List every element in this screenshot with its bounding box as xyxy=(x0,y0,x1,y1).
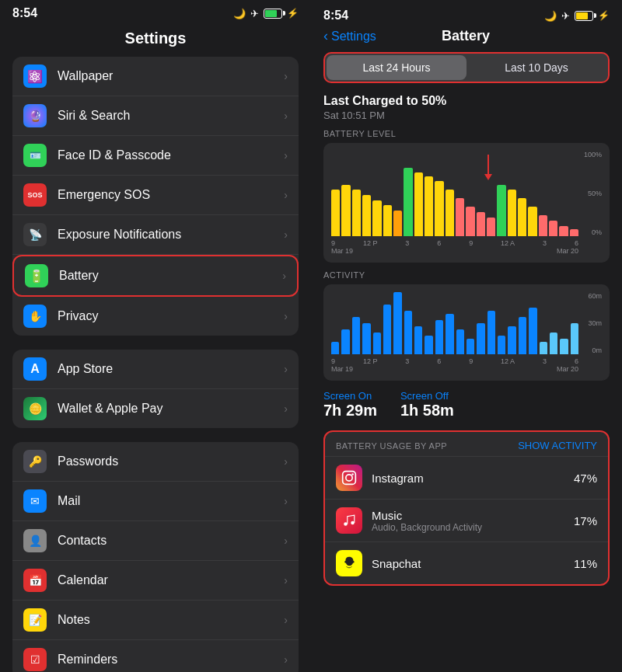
settings-item-appstore[interactable]: A App Store › xyxy=(12,350,299,389)
chevron-icon: › xyxy=(284,402,288,415)
settings-item-faceid[interactable]: 🪪 Face ID & Passcode › xyxy=(12,136,299,176)
passwords-icon: 🔑 xyxy=(23,450,47,473)
settings-item-passwords[interactable]: 🔑 Passwords › xyxy=(12,442,299,482)
activity-bars: 60m 30m 0m xyxy=(331,292,602,354)
music-percent: 17% xyxy=(574,514,597,528)
battery-level-label: BATTERY LEVEL xyxy=(323,129,610,138)
x-label-12a: 12 A xyxy=(501,239,515,247)
settings-item-privacy[interactable]: ✋ Privacy › xyxy=(12,297,299,336)
back-chevron-icon: ‹ xyxy=(323,28,328,44)
chevron-icon: › xyxy=(284,455,288,468)
usage-item-music[interactable]: Music Audio, Background Activity 17% xyxy=(325,499,608,541)
instagram-percent: 47% xyxy=(574,472,597,485)
right-time: 8:54 xyxy=(323,9,348,23)
exposure-label: Exposure Notifications xyxy=(58,228,284,242)
settings-item-wallet[interactable]: 🪙 Wallet & Apple Pay › xyxy=(12,389,299,428)
sos-label: Emergency SOS xyxy=(58,188,284,202)
settings-item-calendar[interactable]: 📅 Calendar › xyxy=(12,561,299,601)
calendar-label: Calendar xyxy=(58,573,284,587)
chevron-icon: › xyxy=(284,614,288,626)
right-panel-title: Battery xyxy=(376,28,555,44)
screen-off-value: 1h 58m xyxy=(400,402,454,420)
right-status-bar: 8:54 🌙 ✈ ⚡ xyxy=(311,0,622,28)
siri-label: Siri & Search xyxy=(58,109,284,123)
svg-point-2 xyxy=(351,473,354,475)
usage-item-snapchat[interactable]: Snapchat 11% xyxy=(325,541,608,584)
y-label-50: 50% xyxy=(588,190,602,197)
battery-date-labels: Mar 19 Mar 20 xyxy=(331,247,602,255)
battery-content: Last 24 Hours Last 10 Days Last Charged … xyxy=(311,52,622,672)
screen-on-value: 7h 29m xyxy=(323,402,377,420)
settings-group-2: A App Store › 🪙 Wallet & Apple Pay › xyxy=(12,350,299,428)
right-moon-icon: 🌙 xyxy=(544,10,557,22)
usage-item-instagram[interactable]: Instagram 47% xyxy=(325,456,608,499)
left-status-icons: 🌙 ✈ ⚡ xyxy=(233,8,299,19)
usage-title: BATTERY USAGE BY APP xyxy=(336,441,447,451)
date-mar20: Mar 20 xyxy=(557,247,578,255)
time-btn-10d[interactable]: Last 10 Days xyxy=(466,55,606,80)
svg-point-3 xyxy=(344,522,348,526)
chevron-icon: › xyxy=(284,189,288,201)
show-activity-button[interactable]: SHOW ACTIVITY xyxy=(518,440,597,451)
battery-chart-container: 100% 50% 0% 9 12 P 3 6 9 12 A 3 6 xyxy=(323,143,610,263)
settings-item-siri[interactable]: 🔮 Siri & Search › xyxy=(12,96,299,136)
settings-item-reminders[interactable]: ☑ Reminders › xyxy=(12,640,299,672)
y-label-0: 0% xyxy=(592,228,602,236)
left-panel-title: Settings xyxy=(0,23,311,57)
settings-item-mail[interactable]: ✉ Mail › xyxy=(12,482,299,521)
mail-icon: ✉ xyxy=(23,489,47,513)
chevron-icon: › xyxy=(284,110,288,122)
activity-x-labels: 9 12 P 3 6 9 12 A 3 6 xyxy=(331,357,602,365)
wallpaper-label: Wallpaper xyxy=(58,69,284,83)
sos-icon: SOS xyxy=(23,183,47,207)
left-panel: 8:54 🌙 ✈ ⚡ Settings ⚛️ Wallpaper › 🔮 Sir… xyxy=(0,0,311,672)
appstore-icon: A xyxy=(23,357,47,381)
screen-off-stat: Screen Off 1h 58m xyxy=(400,390,454,420)
activity-date-labels: Mar 19 Mar 20 xyxy=(331,365,602,373)
chevron-icon: › xyxy=(284,70,288,82)
faceid-label: Face ID & Passcode xyxy=(58,148,284,162)
reminders-label: Reminders xyxy=(58,653,284,667)
date-mar19: Mar 19 xyxy=(331,247,353,255)
settings-item-battery[interactable]: 🔋 Battery › xyxy=(12,255,299,297)
mail-label: Mail xyxy=(58,494,284,508)
right-status-icons: 🌙 ✈ ⚡ xyxy=(544,10,610,22)
back-button[interactable]: ‹ Settings xyxy=(323,28,376,44)
right-charging-icon: ⚡ xyxy=(598,10,610,21)
x-label-9b: 9 xyxy=(469,239,473,247)
settings-item-exposure[interactable]: 📡 Exposure Notifications › xyxy=(12,215,299,255)
contacts-label: Contacts xyxy=(58,534,284,548)
wallpaper-icon: ⚛️ xyxy=(23,64,47,88)
snapchat-icon xyxy=(336,550,362,576)
chevron-icon: › xyxy=(284,149,288,162)
settings-group-3: 🔑 Passwords › ✉ Mail › 👤 Contacts › 📅 Ca… xyxy=(12,442,299,672)
left-time: 8:54 xyxy=(12,6,37,20)
battery-usage-section: BATTERY USAGE BY APP SHOW ACTIVITY Insta… xyxy=(323,430,610,586)
siri-icon: 🔮 xyxy=(23,104,47,127)
screen-off-label: Screen Off xyxy=(400,390,454,402)
calendar-icon: 📅 xyxy=(23,569,47,592)
settings-item-notes[interactable]: 📝 Notes › xyxy=(12,601,299,640)
chevron-icon: › xyxy=(284,574,288,587)
chevron-icon: › xyxy=(284,495,288,507)
settings-item-contacts[interactable]: 👤 Contacts › xyxy=(12,521,299,561)
battery-status-icon xyxy=(264,9,282,19)
moon-icon: 🌙 xyxy=(233,8,246,19)
privacy-icon: ✋ xyxy=(23,305,47,328)
snapchat-name: Snapchat xyxy=(372,557,574,570)
settings-group-1: ⚛️ Wallpaper › 🔮 Siri & Search › 🪪 Face … xyxy=(12,57,299,336)
reminders-icon: ☑ xyxy=(23,648,47,671)
time-btn-24h[interactable]: Last 24 Hours xyxy=(327,55,466,80)
screen-stats: Screen On 7h 29m Screen Off 1h 58m xyxy=(323,390,610,420)
settings-item-wallpaper[interactable]: ⚛️ Wallpaper › xyxy=(12,57,299,96)
settings-item-sos[interactable]: SOS Emergency SOS › xyxy=(12,176,299,215)
right-panel: 8:54 🌙 ✈ ⚡ ‹ Settings Battery Last 24 Ho… xyxy=(311,0,622,672)
chevron-icon: › xyxy=(284,363,288,375)
wallet-label: Wallet & Apple Pay xyxy=(58,402,284,416)
battery-x-labels: 9 12 P 3 6 9 12 A 3 6 xyxy=(331,239,602,247)
svg-point-1 xyxy=(346,475,352,481)
appstore-label: App Store xyxy=(58,362,284,376)
x-label-9: 9 xyxy=(331,239,335,247)
battery-label: Battery xyxy=(59,269,282,283)
right-airplane-icon: ✈ xyxy=(561,10,570,22)
